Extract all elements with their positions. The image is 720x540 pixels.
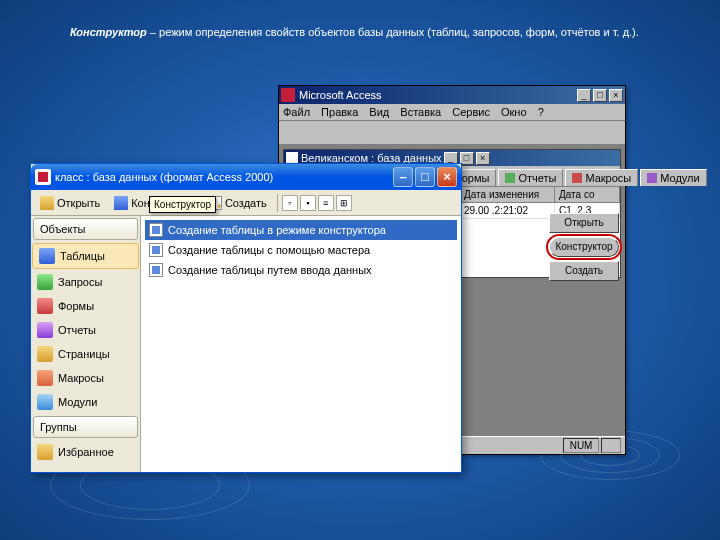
list-item[interactable]: Создание таблицы в режиме конструктора	[145, 220, 457, 240]
back-toolbar[interactable]	[279, 121, 625, 145]
menu-view[interactable]: Вид	[369, 106, 389, 118]
designer-icon	[114, 196, 128, 210]
menu-window[interactable]: Окно	[501, 106, 527, 118]
front-title-text: класс : база данных (формат Access 2000)	[55, 171, 273, 183]
sidebar-item-tables[interactable]: Таблицы	[32, 243, 139, 269]
create-button[interactable]: Создать	[549, 261, 619, 281]
list-item[interactable]: Создание таблицы путем ввода данных	[145, 260, 457, 280]
module-icon	[647, 173, 657, 183]
menu-insert[interactable]: Вставка	[400, 106, 441, 118]
list-item[interactable]: Создание таблицы с помощью мастера	[145, 240, 457, 260]
close-button[interactable]: ×	[609, 89, 623, 102]
report-icon	[505, 173, 515, 183]
back-side-buttons: Открыть Конструктор Создать	[549, 213, 619, 281]
front-list[interactable]: Создание таблицы в режиме конструктора С…	[141, 216, 461, 472]
open-icon	[40, 196, 54, 210]
tab-macros[interactable]: Макросы	[565, 169, 638, 186]
description-text: Конструктор – режим определения свойств …	[0, 0, 720, 42]
toolbar-small-2[interactable]: ▪	[300, 195, 316, 211]
toolbar-small-1[interactable]: ▫	[282, 195, 298, 211]
sidebar-item-modules[interactable]: Модули	[31, 390, 140, 414]
child-close-button[interactable]: ×	[476, 152, 490, 165]
status-seg	[601, 438, 621, 453]
table-icon	[39, 248, 55, 264]
wizard-icon	[149, 263, 163, 277]
sidebar-item-macros[interactable]: Макросы	[31, 366, 140, 390]
tab-modules[interactable]: Модули	[640, 169, 706, 186]
menu-tools[interactable]: Сервис	[452, 106, 490, 118]
front-sidebar: Объекты Таблицы Запросы Формы Отчеты Стр…	[31, 216, 141, 472]
access-xp-window: класс : база данных (формат Access 2000)…	[30, 163, 462, 473]
close-button[interactable]: ×	[437, 167, 457, 187]
group-objects[interactable]: Объекты	[33, 218, 138, 240]
tab-reports[interactable]: Отчеты	[498, 169, 563, 186]
status-num: NUM	[563, 438, 600, 453]
back-title-text: Microsoft Access	[299, 89, 382, 101]
sidebar-item-queries[interactable]: Запросы	[31, 270, 140, 294]
page-icon	[37, 346, 53, 362]
wizard-icon	[149, 223, 163, 237]
maximize-button[interactable]: □	[593, 89, 607, 102]
sidebar-item-favorites[interactable]: Избранное	[31, 440, 140, 464]
wizard-icon	[149, 243, 163, 257]
grid-header-modified[interactable]: Дата изменения	[460, 187, 555, 202]
designer-tooltip: Конструктор	[149, 196, 216, 213]
toolbar-small-4[interactable]: ⊞	[336, 195, 352, 211]
query-icon	[37, 274, 53, 290]
sidebar-item-reports[interactable]: Отчеты	[31, 318, 140, 342]
toolbar-small-3[interactable]: ≡	[318, 195, 334, 211]
minimize-button[interactable]: _	[577, 89, 591, 102]
form-icon	[37, 298, 53, 314]
toolbar-open[interactable]: Открыть	[34, 193, 106, 213]
back-menubar[interactable]: Файл Правка Вид Вставка Сервис Окно ?	[279, 104, 625, 121]
favorites-icon	[37, 444, 53, 460]
group-groups[interactable]: Группы	[33, 416, 138, 438]
front-toolbar: Открыть Конструктор Создать ▫ ▪ ≡ ⊞	[31, 190, 461, 216]
module-icon	[37, 394, 53, 410]
menu-edit[interactable]: Правка	[321, 106, 358, 118]
menu-file[interactable]: Файл	[283, 106, 310, 118]
db-icon	[35, 169, 51, 185]
grid-header-created[interactable]: Дата со	[555, 187, 620, 202]
access-icon	[281, 88, 295, 102]
open-button[interactable]: Открыть	[549, 213, 619, 233]
sidebar-item-forms[interactable]: Формы	[31, 294, 140, 318]
minimize-button[interactable]: –	[393, 167, 413, 187]
report-icon	[37, 322, 53, 338]
designer-button[interactable]: Конструктор	[549, 237, 619, 257]
front-titlebar[interactable]: класс : база данных (формат Access 2000)…	[31, 164, 461, 190]
sidebar-item-pages[interactable]: Страницы	[31, 342, 140, 366]
back-titlebar[interactable]: Microsoft Access _ □ ×	[279, 86, 625, 104]
menu-help[interactable]: ?	[538, 106, 544, 118]
macro-icon	[572, 173, 582, 183]
maximize-button[interactable]: □	[415, 167, 435, 187]
macro-icon	[37, 370, 53, 386]
